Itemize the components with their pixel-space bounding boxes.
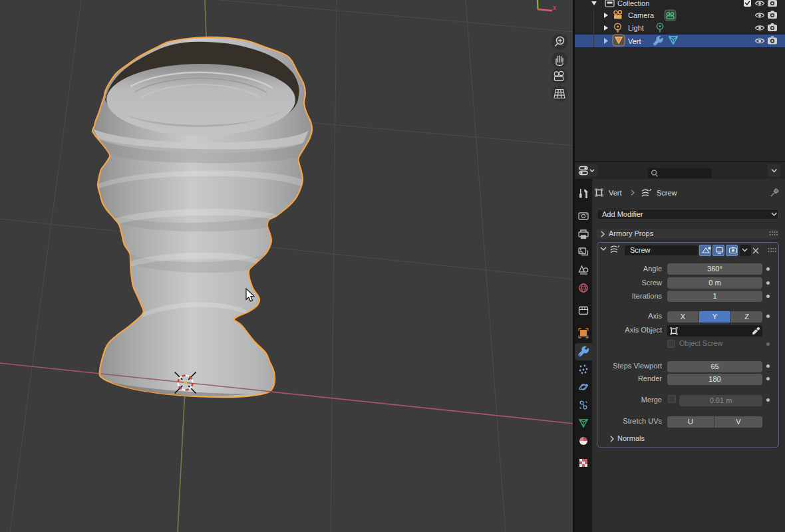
svg-text:Vert: Vert — [628, 37, 641, 45]
svg-text:Camera: Camera — [628, 11, 655, 19]
svg-text:Light: Light — [628, 24, 644, 32]
svg-text:x: x — [553, 4, 556, 11]
svg-text:Collection: Collection — [617, 0, 649, 7]
